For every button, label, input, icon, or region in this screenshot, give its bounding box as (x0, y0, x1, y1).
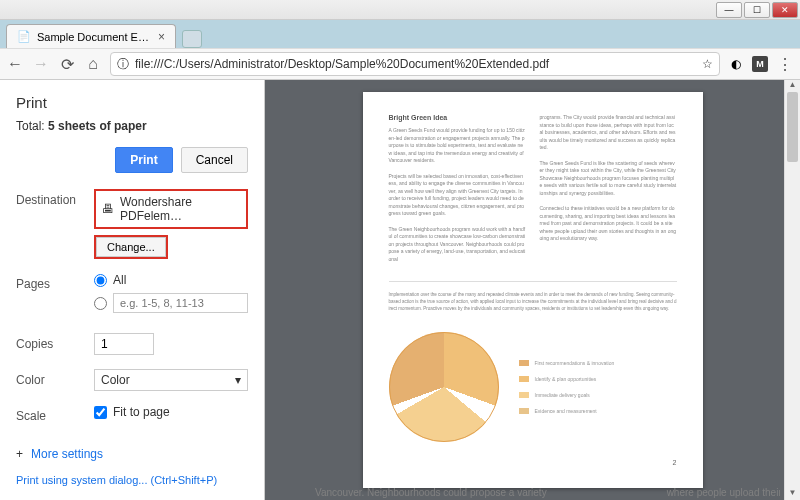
tab-close-icon[interactable]: × (158, 30, 165, 44)
tab-title: Sample Document Exte… (37, 31, 152, 43)
preview-overflow-text: Vancouver. Neighbourhoods could propose … (315, 487, 780, 498)
close-window-button[interactable]: ✕ (772, 2, 798, 18)
preview-chart: First recommendations & innovation Ident… (389, 332, 677, 442)
change-destination-highlight: Change... (94, 235, 168, 259)
pages-label: Pages (16, 273, 84, 291)
tab-strip: 📄 Sample Document Exte… × (0, 20, 800, 48)
window-titlebar: — ☐ ✕ (0, 0, 800, 20)
copies-input[interactable] (94, 333, 154, 355)
scroll-up-arrow[interactable]: ▲ (785, 80, 800, 92)
menu-button[interactable]: ⋮ (776, 55, 794, 73)
browser-tab[interactable]: 📄 Sample Document Exte… × (6, 24, 176, 48)
extension-icon-2[interactable]: M (752, 56, 768, 72)
print-button[interactable]: Print (115, 147, 172, 173)
scale-label: Scale (16, 405, 84, 423)
print-title: Print (16, 94, 248, 111)
print-dialog: Print Total: 5 sheets of paper Print Can… (0, 80, 265, 500)
chevron-down-icon: ▾ (235, 373, 241, 387)
file-icon: 📄 (17, 30, 31, 43)
destination-label: Destination (16, 189, 84, 207)
pages-all-radio[interactable]: All (94, 273, 248, 287)
more-settings-toggle[interactable]: + More settings (16, 447, 248, 461)
home-button[interactable]: ⌂ (84, 55, 102, 73)
change-destination-button[interactable]: Change... (96, 237, 166, 257)
print-action-row: Print Cancel (16, 147, 248, 173)
print-total: Total: 5 sheets of paper (16, 119, 248, 133)
url-text: file:///C:/Users/Administrator/Desktop/S… (135, 57, 696, 71)
extension-icon-1[interactable]: ◐ (728, 56, 744, 72)
info-icon[interactable]: ⓘ (117, 56, 129, 73)
pages-range-radio[interactable] (94, 293, 248, 313)
cancel-button[interactable]: Cancel (181, 147, 248, 173)
minimize-button[interactable]: — (716, 2, 742, 18)
color-select[interactable]: Color ▾ (94, 369, 248, 391)
preview-page: Bright Green Idea A Green Seeds Fund wou… (363, 92, 703, 488)
browser-toolbar: ← → ⟳ ⌂ ⓘ file:///C:/Users/Administrator… (0, 48, 800, 80)
back-button[interactable]: ← (6, 55, 24, 73)
reload-button[interactable]: ⟳ (58, 55, 76, 73)
page-number: 2 (673, 459, 677, 466)
maximize-button[interactable]: ☐ (744, 2, 770, 18)
fit-to-page-checkbox[interactable]: Fit to page (94, 405, 248, 419)
copies-label: Copies (16, 333, 84, 351)
pie-chart (389, 332, 499, 442)
forward-button: → (32, 55, 50, 73)
print-preview: Bright Green Idea A Green Seeds Fund wou… (265, 80, 800, 500)
scroll-thumb[interactable] (787, 92, 798, 162)
color-label: Color (16, 369, 84, 387)
scroll-down-arrow[interactable]: ▼ (785, 488, 800, 500)
pages-range-input[interactable] (113, 293, 248, 313)
system-dialog-link[interactable]: Print using system dialog... (Ctrl+Shift… (16, 474, 248, 486)
vertical-scrollbar[interactable]: ▲ ▼ (784, 80, 800, 500)
destination-box: 🖶 Wondershare PDFelem… (94, 189, 248, 229)
printer-icon: 🖶 (102, 202, 114, 216)
bookmark-star-icon[interactable]: ☆ (702, 57, 713, 71)
page-heading: Bright Green Idea (389, 114, 526, 121)
destination-value: Wondershare PDFelem… (120, 195, 240, 223)
plus-icon: + (16, 447, 23, 461)
content-area: Print Total: 5 sheets of paper Print Can… (0, 80, 800, 500)
chart-legend: First recommendations & innovation Ident… (519, 360, 615, 414)
new-tab-button[interactable] (182, 30, 202, 48)
address-bar[interactable]: ⓘ file:///C:/Users/Administrator/Desktop… (110, 52, 720, 76)
